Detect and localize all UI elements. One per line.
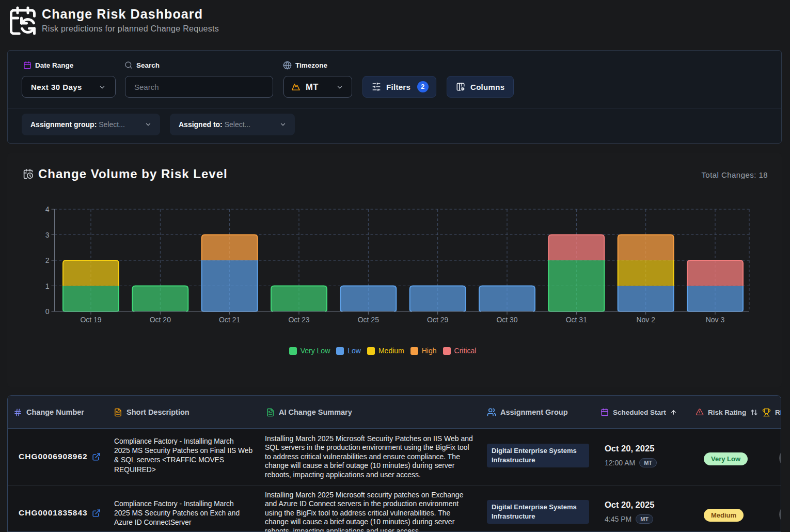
svg-text:Oct 29: Oct 29 [427,316,448,324]
svg-text:Oct 30: Oct 30 [496,316,517,324]
svg-text:3: 3 [45,231,50,239]
svg-text:Oct 31: Oct 31 [566,316,587,324]
svg-text:Oct 23: Oct 23 [288,316,309,324]
svg-text:Nov 2: Nov 2 [636,316,655,324]
svg-text:2: 2 [45,256,50,264]
svg-text:4: 4 [45,205,50,213]
svg-text:Oct 19: Oct 19 [80,316,101,324]
svg-text:Nov 3: Nov 3 [706,316,725,324]
svg-text:Oct 25: Oct 25 [358,316,379,324]
svg-text:1: 1 [45,282,50,290]
svg-text:0: 0 [45,307,50,316]
svg-text:Oct 20: Oct 20 [150,316,171,324]
svg-text:Oct 21: Oct 21 [219,316,240,324]
